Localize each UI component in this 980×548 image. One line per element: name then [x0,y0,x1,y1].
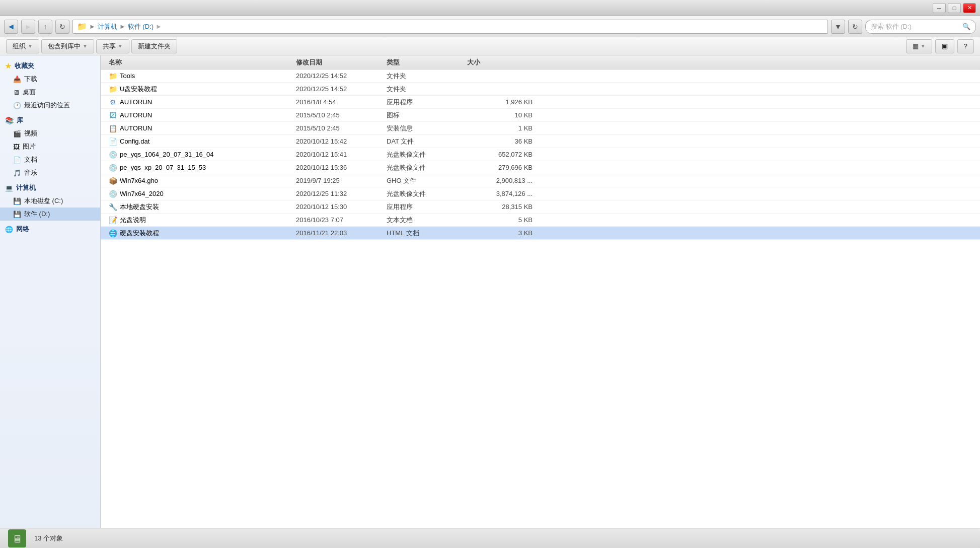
search-box[interactable]: 搜索 软件 (D:) 🔍 [865,20,976,34]
back-button[interactable]: ◄ [4,20,18,34]
file-size: 3 KB [467,229,533,237]
file-date: 2015/5/10 2:45 [296,111,387,119]
desktop-icon: 🖥 [13,89,20,96]
address-dropdown-button[interactable]: ▼ [831,20,845,34]
file-name-cell: 💿 pe_yqs_1064_20_07_31_16_04 [105,151,296,159]
sidebar-item-drive-c[interactable]: 💾 本地磁盘 (C:) [0,194,100,208]
sidebar-header-computer[interactable]: 💻 计算机 [0,181,100,194]
file-name-cell: 💿 Win7x64_2020 [105,190,296,198]
preview-button[interactable]: ▣ [935,39,954,53]
sidebar-item-drive-d[interactable]: 💾 软件 (D:) [0,208,100,221]
file-size: 279,696 KB [467,164,533,171]
sidebar-header-library[interactable]: 📚 库 [0,114,100,127]
search-icon: 🔍 [962,23,970,30]
file-type: 图标 [387,111,467,120]
sidebar-item-image[interactable]: 🖼 图片 [0,140,100,153]
file-size: 3,874,126 ... [467,190,533,197]
status-bar: 🖥 13 个对象 [0,528,980,548]
file-icon: 📦 [109,177,117,185]
file-list-container: 名称 修改日期 类型 大小 📁 Tools 2020/12/25 14:52 文… [101,55,980,528]
address-bar: ◄ ► ↑ ↻ 📁 ► 计算机 ► 软件 (D:) ► ▼ ↻ 搜索 软件 (D… [0,16,980,37]
sidebar-item-document[interactable]: 📄 文档 [0,153,100,166]
window-controls: ─ □ ✕ [933,3,976,13]
file-type: 文件夹 [387,85,467,94]
share-button[interactable]: 共享 ▼ [96,39,129,53]
sidebar-item-music[interactable]: 🎵 音乐 [0,166,100,179]
table-row[interactable]: 📁 Tools 2020/12/25 14:52 文件夹 [101,70,980,83]
sidebar-item-recent[interactable]: 🕐 最近访问的位置 [0,99,100,112]
file-icon: 📝 [109,216,117,224]
organize-chevron: ▼ [28,43,33,49]
drive-d-icon: 💾 [13,211,21,218]
table-row[interactable]: 🖼 AUTORUN 2015/5/10 2:45 图标 10 KB [101,109,980,122]
breadcrumb-computer[interactable]: 计算机 [98,22,117,31]
file-name: Win7x64.gho [120,177,158,184]
file-size: 652,072 KB [467,151,533,158]
table-row[interactable]: 🔧 本地硬盘安装 2020/10/12 15:30 应用程序 28,315 KB [101,200,980,214]
file-date: 2020/10/12 15:36 [296,164,387,171]
maximize-button[interactable]: □ [948,3,961,13]
file-icon: ⚙ [109,98,117,106]
file-size: 1,926 KB [467,98,533,106]
include-lib-button[interactable]: 包含到库中 ▼ [41,39,94,53]
col-header-size[interactable]: 大小 [467,58,533,67]
views-button[interactable]: ▦ ▼ [906,39,932,53]
file-date: 2020/10/12 15:30 [296,203,387,211]
sidebar-header-favorites[interactable]: ★ 收藏夹 [0,59,100,73]
file-size: 2,900,813 ... [467,177,533,184]
file-date: 2020/12/25 11:32 [296,190,387,197]
breadcrumb: 📁 ► 计算机 ► 软件 (D:) ► [72,20,828,34]
sidebar-item-download[interactable]: 📥 下载 [0,73,100,86]
forward-button[interactable]: ► [21,20,35,34]
file-name-cell: 🌐 硬盘安装教程 [105,229,296,238]
file-type: GHO 文件 [387,176,467,185]
table-row[interactable]: 📦 Win7x64.gho 2019/9/7 19:25 GHO 文件 2,90… [101,174,980,187]
file-type: DAT 文件 [387,137,467,146]
download-icon: 📥 [13,76,21,83]
organize-label: 组织 [13,42,26,51]
file-icon: 📄 [109,138,117,146]
title-bar: ─ □ ✕ [0,0,980,16]
table-row[interactable]: 📄 Config.dat 2020/10/12 15:42 DAT 文件 36 … [101,135,980,148]
search-placeholder: 搜索 软件 (D:) [871,22,959,31]
sidebar-item-video[interactable]: 🎬 视频 [0,127,100,140]
col-header-name[interactable]: 名称 [105,58,296,67]
computer-icon: 💻 [5,184,13,192]
close-button[interactable]: ✕ [963,3,976,13]
col-header-date[interactable]: 修改日期 [296,58,387,67]
file-name: AUTORUN [120,111,152,119]
up-button[interactable]: ↑ [38,20,52,34]
file-name: pe_yqs_1064_20_07_31_16_04 [120,151,214,158]
sidebar: ★ 收藏夹 📥 下载 🖥 桌面 🕐 最近访问的位置 📚 库 [0,55,101,528]
sidebar-item-desktop[interactable]: 🖥 桌面 [0,86,100,99]
organize-button[interactable]: 组织 ▼ [6,39,39,53]
breadcrumb-drive[interactable]: 软件 (D:) [128,22,154,31]
file-type: 光盘映像文件 [387,163,467,172]
new-folder-button[interactable]: 新建文件夹 [131,39,177,53]
table-row[interactable]: 🌐 硬盘安装教程 2016/11/21 22:03 HTML 文档 3 KB [101,227,980,240]
sidebar-header-network[interactable]: 🌐 网络 [0,223,100,236]
file-type: 安装信息 [387,124,467,133]
file-name-cell: 🖼 AUTORUN [105,111,296,119]
table-row[interactable]: 💿 pe_yqs_xp_20_07_31_15_53 2020/10/12 15… [101,161,980,174]
refresh-button[interactable]: ↻ [55,20,69,34]
help-button[interactable]: ? [957,39,974,53]
drive-c-icon: 💾 [13,197,21,205]
refresh-alt-button[interactable]: ↻ [848,20,862,34]
table-row[interactable]: ⚙ AUTORUN 2016/1/8 4:54 应用程序 1,926 KB [101,96,980,109]
table-row[interactable]: 💿 pe_yqs_1064_20_07_31_16_04 2020/10/12 … [101,148,980,161]
sidebar-section-network: 🌐 网络 [0,223,100,236]
table-row[interactable]: 📝 光盘说明 2016/10/23 7:07 文本文档 5 KB [101,214,980,227]
image-icon: 🖼 [13,143,20,151]
col-header-type[interactable]: 类型 [387,58,467,67]
table-row[interactable]: 📋 AUTORUN 2015/5/10 2:45 安装信息 1 KB [101,122,980,135]
file-icon: 🌐 [109,229,117,237]
file-icon: 🖼 [109,111,117,119]
file-size: 10 KB [467,111,533,119]
minimize-button[interactable]: ─ [933,3,946,13]
file-name: Tools [120,72,135,80]
table-row[interactable]: 💿 Win7x64_2020 2020/12/25 11:32 光盘映像文件 3… [101,187,980,200]
file-icon: 🔧 [109,203,117,211]
table-row[interactable]: 📁 U盘安装教程 2020/12/25 14:52 文件夹 [101,83,980,96]
file-icon: 📁 [109,85,117,93]
